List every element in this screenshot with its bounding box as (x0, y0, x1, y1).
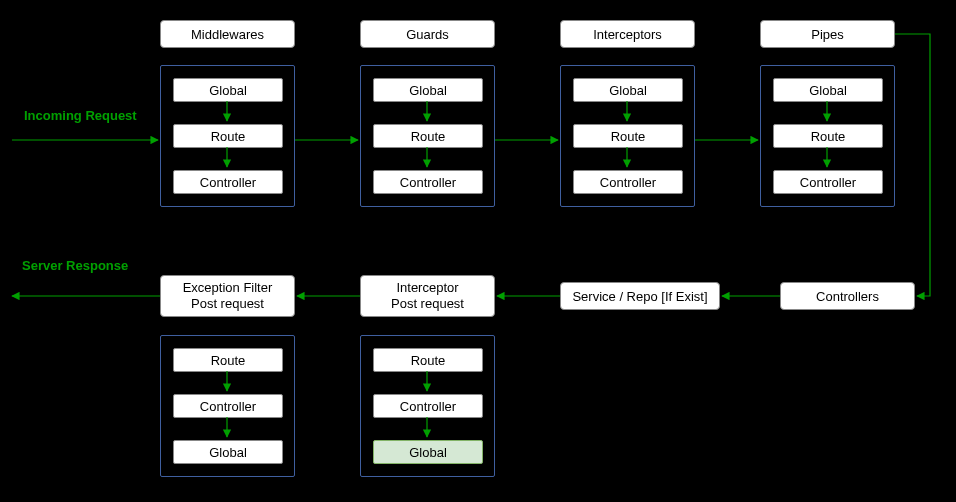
controllers-title: Controllers (780, 282, 915, 310)
middlewares-title: Middlewares (160, 20, 295, 48)
guards-panel: Global Route Controller (360, 65, 495, 207)
exception-filter-l1: Exception Filter (183, 280, 273, 296)
incoming-request-label: Incoming Request (24, 108, 137, 123)
interceptors-controller: Controller (573, 170, 683, 194)
pipes-title: Pipes (760, 20, 895, 48)
guards-title: Guards (360, 20, 495, 48)
interceptor-post-controller: Controller (373, 394, 483, 418)
interceptor-post-l1: Interceptor (391, 280, 464, 296)
pipes-global: Global (773, 78, 883, 102)
interceptors-global: Global (573, 78, 683, 102)
server-response-label: Server Response (22, 258, 128, 273)
interceptors-panel: Global Route Controller (560, 65, 695, 207)
guards-route: Route (373, 124, 483, 148)
interceptor-post-route: Route (373, 348, 483, 372)
middlewares-route: Route (173, 124, 283, 148)
exception-filter-controller: Controller (173, 394, 283, 418)
service-repo-title: Service / Repo [If Exist] (560, 282, 720, 310)
middlewares-panel: Global Route Controller (160, 65, 295, 207)
exception-filter-title: Exception Filter Post request (160, 275, 295, 317)
pipes-controller: Controller (773, 170, 883, 194)
pipes-panel: Global Route Controller (760, 65, 895, 207)
interceptor-post-global: Global (373, 440, 483, 464)
guards-controller: Controller (373, 170, 483, 194)
pipes-route: Route (773, 124, 883, 148)
exception-filter-l2: Post request (183, 296, 273, 312)
interceptors-route: Route (573, 124, 683, 148)
diagram-canvas: Incoming Request Server Response Middlew… (0, 0, 956, 502)
exception-filter-panel: Route Controller Global (160, 335, 295, 477)
interceptor-post-panel: Route Controller Global (360, 335, 495, 477)
exception-filter-global: Global (173, 440, 283, 464)
interceptors-title: Interceptors (560, 20, 695, 48)
middlewares-controller: Controller (173, 170, 283, 194)
middlewares-global: Global (173, 78, 283, 102)
guards-global: Global (373, 78, 483, 102)
interceptor-post-l2: Post request (391, 296, 464, 312)
interceptor-post-title: Interceptor Post request (360, 275, 495, 317)
exception-filter-route: Route (173, 348, 283, 372)
